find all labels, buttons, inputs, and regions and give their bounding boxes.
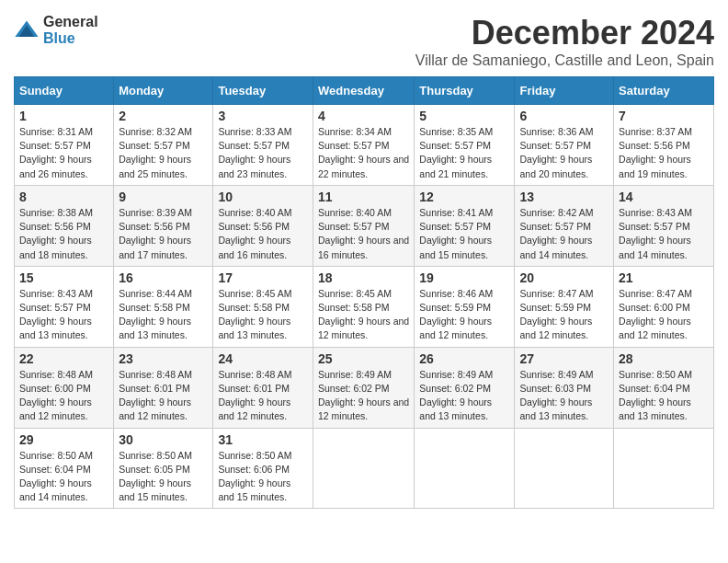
day-info: Sunrise: 8:42 AM Sunset: 5:57 PM Dayligh… <box>519 206 609 262</box>
day-info: Sunrise: 8:32 AM Sunset: 5:57 PM Dayligh… <box>119 125 208 181</box>
day-info: Sunrise: 8:44 AM Sunset: 5:58 PM Dayligh… <box>119 287 208 343</box>
day-number: 6 <box>519 109 609 123</box>
day-info: Sunrise: 8:45 AM Sunset: 5:58 PM Dayligh… <box>218 287 308 343</box>
day-info: Sunrise: 8:47 AM Sunset: 6:00 PM Dayligh… <box>619 287 709 343</box>
day-info: Sunrise: 8:49 AM Sunset: 6:02 PM Dayligh… <box>318 368 409 424</box>
calendar-cell: 24Sunrise: 8:48 AM Sunset: 6:01 PM Dayli… <box>213 347 313 428</box>
day-number: 13 <box>519 190 609 204</box>
calendar-row: 29Sunrise: 8:50 AM Sunset: 6:04 PM Dayli… <box>15 428 714 509</box>
calendar-cell: 20Sunrise: 8:47 AM Sunset: 5:59 PM Dayli… <box>515 266 614 347</box>
day-number: 2 <box>119 109 208 123</box>
day-info: Sunrise: 8:37 AM Sunset: 5:56 PM Dayligh… <box>619 125 709 181</box>
day-info: Sunrise: 8:43 AM Sunset: 5:57 PM Dayligh… <box>19 287 108 343</box>
calendar-cell: 18Sunrise: 8:45 AM Sunset: 5:58 PM Dayli… <box>313 266 414 347</box>
calendar-cell: 15Sunrise: 8:43 AM Sunset: 5:57 PM Dayli… <box>15 266 114 347</box>
day-info: Sunrise: 8:48 AM Sunset: 6:01 PM Dayligh… <box>218 368 308 424</box>
day-number: 26 <box>419 351 509 366</box>
day-number: 18 <box>318 270 409 285</box>
calendar-cell: 2Sunrise: 8:32 AM Sunset: 5:57 PM Daylig… <box>114 105 213 186</box>
day-info: Sunrise: 8:48 AM Sunset: 6:00 PM Dayligh… <box>19 368 108 424</box>
day-number: 9 <box>119 190 208 204</box>
day-info: Sunrise: 8:45 AM Sunset: 5:58 PM Dayligh… <box>318 287 409 343</box>
day-number: 17 <box>218 270 308 285</box>
column-header-friday: Friday <box>515 77 614 105</box>
calendar-cell: 28Sunrise: 8:50 AM Sunset: 6:04 PM Dayli… <box>614 347 714 428</box>
day-number: 5 <box>419 109 509 123</box>
calendar-cell: 16Sunrise: 8:44 AM Sunset: 5:58 PM Dayli… <box>114 266 213 347</box>
calendar-cell: 19Sunrise: 8:46 AM Sunset: 5:59 PM Dayli… <box>415 266 515 347</box>
calendar-cell: 23Sunrise: 8:48 AM Sunset: 6:01 PM Dayli… <box>114 347 213 428</box>
calendar-cell: 10Sunrise: 8:40 AM Sunset: 5:56 PM Dayli… <box>213 185 313 266</box>
day-info: Sunrise: 8:38 AM Sunset: 5:56 PM Dayligh… <box>19 206 108 262</box>
column-header-saturday: Saturday <box>614 77 714 105</box>
calendar-cell: 4Sunrise: 8:34 AM Sunset: 5:57 PM Daylig… <box>313 105 414 186</box>
subtitle: Villar de Samaniego, Castille and Leon, … <box>415 52 714 69</box>
calendar-cell: 25Sunrise: 8:49 AM Sunset: 6:02 PM Dayli… <box>313 347 414 428</box>
column-header-thursday: Thursday <box>415 77 515 105</box>
day-info: Sunrise: 8:41 AM Sunset: 5:57 PM Dayligh… <box>419 206 509 262</box>
header-row: SundayMondayTuesdayWednesdayThursdayFrid… <box>15 77 714 105</box>
day-info: Sunrise: 8:33 AM Sunset: 5:57 PM Dayligh… <box>218 125 308 181</box>
logo: General Blue <box>14 14 98 46</box>
calendar-cell: 27Sunrise: 8:49 AM Sunset: 6:03 PM Dayli… <box>515 347 614 428</box>
calendar-cell: 31Sunrise: 8:50 AM Sunset: 6:06 PM Dayli… <box>213 428 313 509</box>
day-number: 31 <box>218 432 308 447</box>
calendar-table: SundayMondayTuesdayWednesdayThursdayFrid… <box>14 76 714 509</box>
calendar-cell: 29Sunrise: 8:50 AM Sunset: 6:04 PM Dayli… <box>15 428 114 509</box>
day-info: Sunrise: 8:34 AM Sunset: 5:57 PM Dayligh… <box>318 125 409 181</box>
calendar-cell: 26Sunrise: 8:49 AM Sunset: 6:02 PM Dayli… <box>415 347 515 428</box>
calendar-cell: 8Sunrise: 8:38 AM Sunset: 5:56 PM Daylig… <box>15 185 114 266</box>
calendar-cell: 22Sunrise: 8:48 AM Sunset: 6:00 PM Dayli… <box>15 347 114 428</box>
day-info: Sunrise: 8:49 AM Sunset: 6:02 PM Dayligh… <box>419 368 509 424</box>
day-number: 19 <box>419 270 509 285</box>
day-number: 29 <box>19 432 108 447</box>
day-number: 20 <box>519 270 609 285</box>
logo-blue-text: Blue <box>43 30 98 47</box>
day-info: Sunrise: 8:47 AM Sunset: 5:59 PM Dayligh… <box>519 287 609 343</box>
main-title: December 2024 <box>415 14 714 52</box>
day-number: 16 <box>119 270 208 285</box>
day-number: 3 <box>218 109 308 123</box>
column-header-wednesday: Wednesday <box>313 77 414 105</box>
calendar-cell <box>515 428 614 509</box>
day-number: 14 <box>619 190 709 204</box>
day-number: 24 <box>218 351 308 366</box>
day-info: Sunrise: 8:40 AM Sunset: 5:56 PM Dayligh… <box>218 206 308 262</box>
day-number: 30 <box>119 432 208 447</box>
calendar-cell <box>313 428 414 509</box>
day-number: 12 <box>419 190 509 204</box>
calendar-row: 22Sunrise: 8:48 AM Sunset: 6:00 PM Dayli… <box>15 347 714 428</box>
day-number: 11 <box>318 190 409 204</box>
day-number: 10 <box>218 190 308 204</box>
header: General Blue December 2024 Villar de Sam… <box>14 14 714 69</box>
day-info: Sunrise: 8:31 AM Sunset: 5:57 PM Dayligh… <box>19 125 108 181</box>
day-info: Sunrise: 8:50 AM Sunset: 6:04 PM Dayligh… <box>19 449 108 505</box>
calendar-row: 8Sunrise: 8:38 AM Sunset: 5:56 PM Daylig… <box>15 185 714 266</box>
day-info: Sunrise: 8:35 AM Sunset: 5:57 PM Dayligh… <box>419 125 509 181</box>
column-header-sunday: Sunday <box>15 77 114 105</box>
title-section: December 2024 Villar de Samaniego, Casti… <box>415 14 714 69</box>
calendar-cell: 1Sunrise: 8:31 AM Sunset: 5:57 PM Daylig… <box>15 105 114 186</box>
calendar-cell: 17Sunrise: 8:45 AM Sunset: 5:58 PM Dayli… <box>213 266 313 347</box>
day-number: 22 <box>19 351 108 366</box>
calendar-cell: 5Sunrise: 8:35 AM Sunset: 5:57 PM Daylig… <box>415 105 515 186</box>
day-number: 7 <box>619 109 709 123</box>
calendar-cell: 12Sunrise: 8:41 AM Sunset: 5:57 PM Dayli… <box>415 185 515 266</box>
day-info: Sunrise: 8:46 AM Sunset: 5:59 PM Dayligh… <box>419 287 509 343</box>
logo-text: General Blue <box>43 14 98 46</box>
column-header-tuesday: Tuesday <box>213 77 313 105</box>
calendar-row: 1Sunrise: 8:31 AM Sunset: 5:57 PM Daylig… <box>15 105 714 186</box>
day-info: Sunrise: 8:50 AM Sunset: 6:06 PM Dayligh… <box>218 449 308 505</box>
calendar-cell: 21Sunrise: 8:47 AM Sunset: 6:00 PM Dayli… <box>614 266 714 347</box>
calendar-cell: 7Sunrise: 8:37 AM Sunset: 5:56 PM Daylig… <box>614 105 714 186</box>
day-info: Sunrise: 8:50 AM Sunset: 6:04 PM Dayligh… <box>619 368 709 424</box>
day-number: 1 <box>19 109 108 123</box>
day-number: 15 <box>19 270 108 285</box>
calendar-cell: 11Sunrise: 8:40 AM Sunset: 5:57 PM Dayli… <box>313 185 414 266</box>
calendar-cell: 3Sunrise: 8:33 AM Sunset: 5:57 PM Daylig… <box>213 105 313 186</box>
calendar-cell <box>614 428 714 509</box>
day-number: 28 <box>619 351 709 366</box>
calendar-cell: 13Sunrise: 8:42 AM Sunset: 5:57 PM Dayli… <box>515 185 614 266</box>
day-info: Sunrise: 8:40 AM Sunset: 5:57 PM Dayligh… <box>318 206 409 262</box>
calendar-body: 1Sunrise: 8:31 AM Sunset: 5:57 PM Daylig… <box>15 105 714 509</box>
